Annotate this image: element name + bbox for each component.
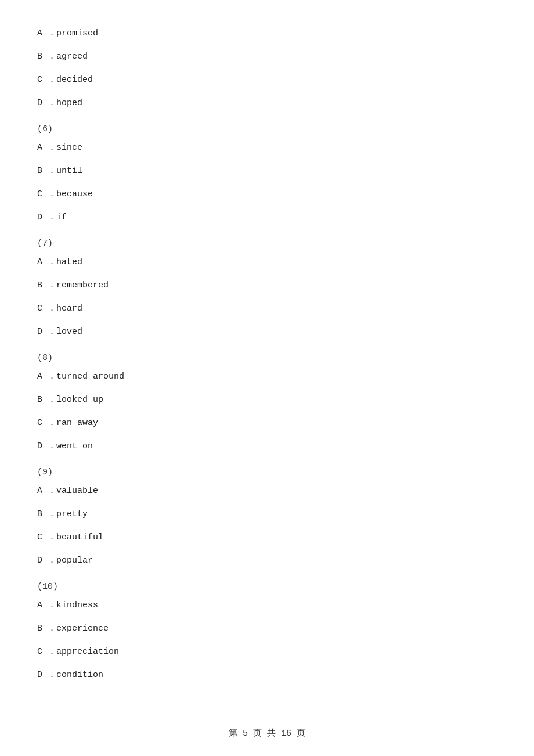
option-3-3: D ．went on	[35, 436, 499, 457]
option-5-0: A ．kindness	[35, 595, 499, 616]
question-group-4: (9)A ．valuableB ．prettyC ．beautifulD ．po…	[35, 467, 499, 571]
option-3-1: B ．looked up	[35, 390, 499, 411]
question-group-3: (8)A ．turned aroundB ．looked upC ．ran aw…	[35, 353, 499, 457]
page-footer: 第 5 页 共 16 页	[0, 728, 534, 739]
option-4-0: A ．valuable	[35, 481, 499, 502]
question-number-5: (10)	[35, 582, 499, 592]
question-number-2: (7)	[35, 239, 499, 249]
option-1-0: A ．since	[35, 138, 499, 159]
option-2-1: B ．remembered	[35, 275, 499, 296]
option-2-0: A ．hated	[35, 252, 499, 273]
main-content: A ．promisedB ．agreedC ．decidedD ．hoped(6…	[0, 0, 534, 725]
option-2-3: D ．loved	[35, 322, 499, 343]
option-5-2: C ．appreciation	[35, 642, 499, 663]
option-5-3: D ．condition	[35, 665, 499, 686]
option-3-0: A ．turned around	[35, 366, 499, 387]
option-0-3: D ．hoped	[35, 93, 499, 114]
question-number-4: (9)	[35, 467, 499, 477]
option-0-1: B ．agreed	[35, 46, 499, 67]
option-4-1: B ．pretty	[35, 504, 499, 525]
option-5-1: B ．experience	[35, 618, 499, 639]
option-1-3: D ．if	[35, 207, 499, 228]
question-group-5: (10)A ．kindnessB ．experienceC ．appreciat…	[35, 582, 499, 686]
question-number-1: (6)	[35, 124, 499, 134]
question-group-0: A ．promisedB ．agreedC ．decidedD ．hoped	[35, 23, 499, 114]
option-0-2: C ．decided	[35, 70, 499, 91]
option-1-2: C ．because	[35, 184, 499, 205]
question-group-1: (6)A ．sinceB ．untilC ．becauseD ．if	[35, 124, 499, 228]
option-4-3: D ．popular	[35, 550, 499, 571]
option-1-1: B ．until	[35, 161, 499, 182]
question-number-3: (8)	[35, 353, 499, 363]
option-4-2: C ．beautiful	[35, 527, 499, 548]
option-2-2: C ．heard	[35, 298, 499, 319]
question-group-2: (7)A ．hatedB ．rememberedC ．heardD ．loved	[35, 239, 499, 343]
option-0-0: A ．promised	[35, 23, 499, 44]
option-3-2: C ．ran away	[35, 413, 499, 434]
